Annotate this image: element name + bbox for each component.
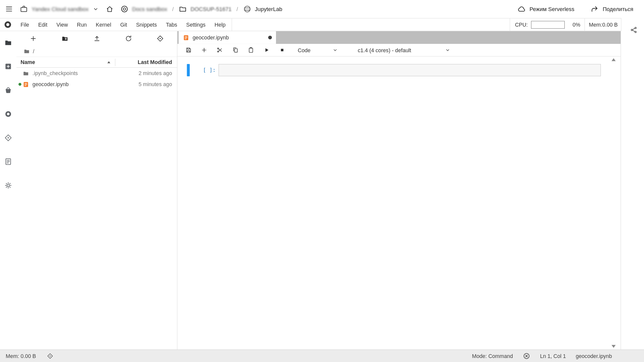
upload-button[interactable] (93, 35, 100, 42)
cell-code-editor[interactable] (218, 64, 601, 76)
scroll-down-arrow[interactable] (611, 345, 615, 348)
scroll-up-arrow[interactable] (611, 58, 615, 61)
column-modified[interactable]: Last Modified (119, 59, 172, 65)
save-button[interactable] (185, 47, 192, 53)
main-area: / Name Last Modified .ipynb_checkpoints … (0, 31, 644, 349)
storage-tab[interactable] (4, 86, 12, 94)
settings-tab[interactable] (4, 181, 12, 190)
insert-cell-button[interactable] (201, 47, 207, 53)
new-launcher-button[interactable] (30, 35, 37, 42)
menu-edit[interactable]: Edit (34, 19, 52, 31)
file-row-notebook[interactable]: geocoder.ipynb 5 minutes ago (16, 79, 177, 90)
breadcrumb: Docs sandbox / DOCSUP-51671 / JupyterLab (120, 5, 282, 13)
notebook-file-icon (23, 81, 29, 88)
menu-tabs[interactable]: Tabs (161, 19, 182, 31)
copy-cell-button[interactable] (232, 47, 239, 53)
active-cell-collapser[interactable] (187, 64, 190, 76)
hamburger-icon (5, 5, 13, 13)
file-browser-breadcrumb[interactable]: / (16, 46, 177, 56)
file-browser-panel: / Name Last Modified .ipynb_checkpoints … (16, 31, 177, 349)
serverless-mode-button[interactable]: Режим Serverless (518, 5, 574, 13)
file-browser-toolbar (16, 31, 177, 46)
menu-kernel[interactable]: Kernel (91, 19, 116, 31)
cell-type-value: Code (298, 47, 311, 53)
menu-file[interactable]: File (16, 19, 34, 31)
breadcrumb-separator: / (235, 6, 239, 12)
home-button[interactable] (105, 5, 114, 13)
git-diamond-icon (4, 134, 12, 142)
screen: Yandex Cloud sandbox Docs sandbox / DOCS… (0, 0, 644, 362)
memory-status: Mem: 0.00 B (6, 353, 36, 359)
paste-cell-button[interactable] (248, 47, 254, 53)
refresh-button[interactable] (125, 35, 132, 42)
new-folder-icon (61, 35, 69, 42)
git-diamond-icon[interactable] (47, 353, 53, 359)
column-name[interactable]: Name (21, 59, 115, 65)
chevron-down-icon (332, 47, 338, 53)
tab-geocoder-notebook[interactable]: geocoder.ipynb (179, 31, 276, 44)
folder-icon (4, 39, 12, 47)
menu-run[interactable]: Run (72, 19, 91, 31)
kernel-status-icon[interactable] (523, 352, 530, 360)
play-icon (263, 47, 270, 53)
tab-bar: geocoder.ipynb (177, 31, 621, 44)
git-tab[interactable] (4, 134, 12, 142)
breadcrumb-separator: / (171, 6, 175, 12)
breadcrumb-app[interactable]: JupyterLab (255, 6, 282, 12)
menu-snippets[interactable]: Snippets (131, 19, 161, 31)
activity-bar (0, 31, 16, 349)
running-kernel-dot (19, 83, 21, 86)
box-plus-icon (4, 62, 12, 71)
stop-kernel-button[interactable] (279, 47, 285, 53)
right-rail (621, 31, 644, 349)
menu-settings[interactable]: Settings (182, 19, 210, 31)
docs-list-tab[interactable] (4, 157, 12, 166)
ring-icon (4, 110, 12, 118)
notebook-content: [ ]: (177, 56, 621, 349)
cursor-position[interactable]: Ln 1, Col 1 (540, 353, 566, 359)
sessions-tab[interactable] (4, 110, 12, 118)
cut-cell-button[interactable] (216, 47, 223, 53)
chevron-down-icon (445, 47, 451, 53)
hamburger-menu-button[interactable] (5, 5, 13, 13)
share-icon (591, 5, 599, 13)
current-path: / (33, 48, 34, 54)
file-browser-tab[interactable] (4, 39, 12, 47)
copy-icon (232, 47, 239, 53)
workspace-selector[interactable]: Yandex Cloud sandbox (20, 5, 99, 13)
kernel-select[interactable]: c1.4 (4 cores) - default (358, 47, 450, 53)
sort-ascending-icon (107, 60, 111, 64)
menu-view[interactable]: View (52, 19, 72, 31)
unsaved-changes-dot[interactable] (268, 36, 272, 39)
cpu-meter (531, 21, 565, 29)
file-row-checkpoints[interactable]: .ipynb_checkpoints 2 minutes ago (16, 68, 177, 79)
kernel-name: c1.4 (4 cores) - default (358, 47, 411, 53)
active-file-name: geocoder.ipynb (576, 353, 612, 359)
notebook-scrollbar[interactable] (610, 58, 617, 348)
breadcrumb-org[interactable]: Docs sandbox (132, 6, 167, 12)
share-button[interactable]: Поделиться (591, 5, 633, 13)
dock-panel: geocoder.ipynb (177, 31, 621, 349)
cell-type-select[interactable]: Code (298, 47, 338, 53)
menu-bar: File Edit View Run Kernel Git Snippets T… (0, 18, 621, 31)
share-network-button[interactable] (630, 26, 637, 34)
mode-indicator[interactable]: Mode: Command (472, 353, 513, 359)
docs-list-icon (4, 157, 12, 166)
serverless-label: Режим Serverless (530, 6, 574, 12)
new-folder-button[interactable] (61, 35, 69, 42)
top-bar: Yandex Cloud sandbox Docs sandbox / DOCS… (0, 0, 644, 18)
run-cell-button[interactable] (263, 47, 270, 53)
git-clone-button[interactable] (157, 35, 164, 42)
folder-icon (179, 5, 187, 13)
file-modified: 5 minutes ago (139, 81, 172, 88)
scissors-icon (216, 47, 223, 53)
file-name: geocoder.ipynb (32, 81, 69, 88)
save-icon (185, 47, 192, 53)
new-resource-tab[interactable] (4, 62, 12, 71)
menu-help[interactable]: Help (210, 19, 230, 31)
cpu-value: 0% (569, 22, 584, 28)
status-bar: Mem: 0.00 B Mode: Command Ln 1, Col 1 ge… (0, 349, 644, 362)
breadcrumb-project[interactable]: DOCSUP-51671 (191, 6, 232, 12)
menu-git[interactable]: Git (116, 19, 131, 31)
chevron-down-icon (92, 6, 99, 12)
